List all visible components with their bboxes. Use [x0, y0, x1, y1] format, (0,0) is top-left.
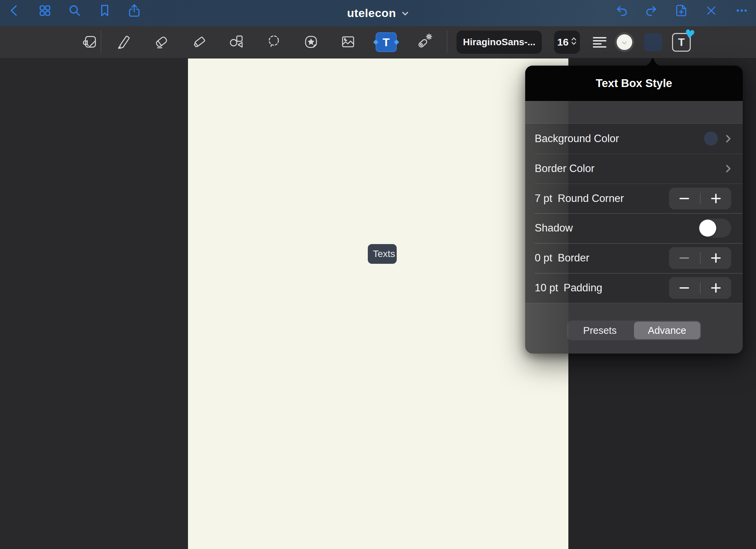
round-corner-value: 7 pt	[535, 192, 552, 205]
popover-body: Background Color Border Color 7 pt Round…	[525, 101, 743, 354]
shapes-icon	[228, 33, 245, 51]
elements-tool[interactable]	[300, 31, 322, 53]
pointer-tool[interactable]	[413, 31, 435, 53]
chevron-right-icon	[725, 164, 731, 173]
redo-button[interactable]	[643, 3, 659, 19]
zoom-window-tool[interactable]	[79, 31, 100, 53]
document-title-group: utelecon	[0, 0, 756, 26]
eraser-tool[interactable]	[151, 31, 172, 53]
row-background-color[interactable]: Background Color	[525, 124, 743, 154]
shapes-tool[interactable]	[225, 31, 247, 53]
crossed-pen-icon	[704, 3, 719, 19]
style-settings-list: Background Color Border Color 7 pt Round…	[525, 123, 743, 303]
eraser-icon	[153, 33, 170, 51]
row-label: Background Color	[535, 133, 619, 145]
document-title[interactable]: utelecon	[347, 6, 396, 20]
laser-pointer-icon	[415, 33, 432, 51]
text-align-button[interactable]	[589, 31, 610, 53]
popover-footer: Presets Advance	[525, 303, 743, 354]
zoom-window-icon	[81, 33, 98, 51]
toolbar-divider	[101, 31, 101, 53]
text-tool-selected[interactable]: T	[376, 32, 397, 52]
row-label: Round Corner	[558, 192, 624, 205]
font-size-value: 16	[557, 36, 568, 48]
heart-badge-icon: ♥	[684, 28, 695, 40]
border-plus-button[interactable]	[701, 247, 732, 269]
row-label: Border	[558, 252, 589, 264]
border-stepper	[669, 247, 731, 269]
padding-plus-button[interactable]	[701, 277, 732, 299]
style-mode-tabs: Presets Advance	[567, 321, 701, 340]
image-icon	[340, 33, 357, 51]
canvas-text-box[interactable]: Texts	[368, 244, 397, 264]
font-picker-button[interactable]: HiraginoSans-...	[457, 31, 542, 54]
lasso-icon	[265, 33, 282, 51]
ellipsis-icon	[734, 3, 749, 19]
highlighter-icon	[191, 33, 208, 51]
add-page-icon	[674, 3, 689, 19]
popover-arrow	[642, 57, 663, 66]
pen-icon	[115, 33, 132, 51]
padding-minus-button[interactable]	[669, 277, 700, 299]
sticker-star-icon	[303, 33, 320, 51]
row-label: Padding	[564, 282, 602, 294]
tab-advance-label: Advance	[648, 325, 686, 336]
tab-presets-label: Presets	[583, 325, 617, 336]
chevron-right-icon	[725, 134, 731, 143]
toggle-knob	[699, 220, 716, 237]
tab-advance[interactable]: Advance	[634, 321, 701, 340]
minus-icon	[680, 283, 689, 293]
stop-editing-button[interactable]	[703, 3, 719, 19]
pen-tool[interactable]	[113, 31, 135, 53]
border-minus-button[interactable]	[669, 247, 700, 269]
toolbar-divider	[447, 31, 447, 53]
text-box-style-button[interactable]: T ♥	[672, 33, 691, 52]
padding-stepper	[669, 277, 731, 299]
popover-header: Text Box Style	[525, 66, 743, 101]
plus-icon	[711, 194, 721, 203]
row-border-width: 0 pt Border	[525, 243, 743, 273]
border-value: 0 pt	[535, 252, 552, 264]
row-shadow: Shadow	[525, 213, 743, 243]
highlighter-tool[interactable]	[189, 31, 210, 53]
row-round-corner: 7 pt Round Corner	[525, 184, 743, 213]
plus-icon	[711, 253, 721, 263]
chevron-down-icon	[622, 41, 627, 45]
text-tool-glyph: T	[383, 36, 390, 49]
round-corner-minus-button[interactable]	[669, 188, 700, 209]
row-padding: 10 pt Padding	[525, 273, 743, 303]
row-label: Shadow	[535, 222, 573, 234]
popover-title: Text Box Style	[596, 77, 672, 90]
row-border-color[interactable]: Border Color	[525, 154, 743, 184]
plus-icon	[711, 283, 721, 293]
top-navigation-bar: utelecon	[0, 0, 756, 26]
font-size-stepper[interactable]: 16	[554, 31, 580, 54]
notebook-page[interactable]: Texts	[188, 58, 568, 549]
goodnotes-app: utelecon	[0, 0, 756, 549]
font-name-label: HiraginoSans-...	[463, 37, 535, 48]
text-box-content: Texts	[373, 248, 395, 259]
tab-presets[interactable]: Presets	[567, 321, 633, 340]
padding-value: 10 pt	[535, 282, 558, 294]
more-button[interactable]	[734, 3, 750, 19]
row-label: Border Color	[535, 162, 595, 175]
lasso-tool[interactable]	[263, 31, 285, 53]
undo-button[interactable]	[614, 3, 630, 19]
minus-icon	[680, 194, 689, 203]
redo-icon	[644, 3, 659, 19]
round-corner-plus-button[interactable]	[701, 188, 732, 209]
tools-toolbar: T HiraginoSans-... 16	[0, 26, 756, 58]
round-corner-stepper	[669, 188, 731, 209]
minus-icon	[680, 253, 689, 263]
undo-icon	[614, 3, 629, 19]
background-color-swatch[interactable]	[704, 132, 718, 145]
text-color-button[interactable]	[615, 32, 634, 52]
stepper-chevrons-icon	[571, 36, 577, 49]
shadow-toggle[interactable]	[698, 219, 731, 238]
textbox-background-swatch[interactable]	[644, 33, 662, 51]
white-color-swatch	[617, 34, 632, 50]
text-box-style-popover: Text Box Style Background Color Border C…	[525, 66, 743, 354]
chevron-down-icon[interactable]	[401, 9, 409, 17]
image-tool[interactable]	[337, 31, 359, 53]
add-page-button[interactable]	[673, 3, 689, 19]
